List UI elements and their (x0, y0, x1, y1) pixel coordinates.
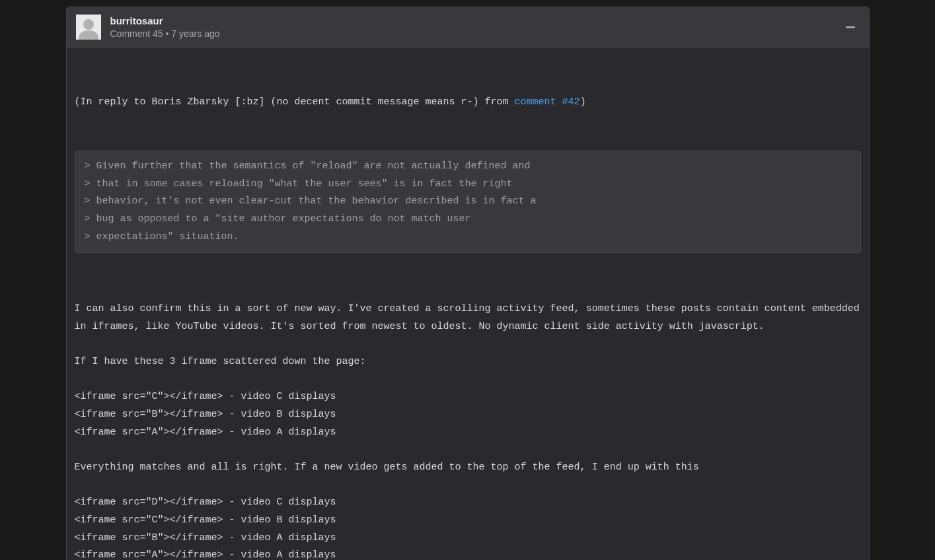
reply-link[interactable]: comment #42 (515, 96, 580, 108)
avatar[interactable] (76, 15, 101, 40)
comment-card: burritosaur Comment 45 • 7 years ago (In… (66, 7, 870, 560)
author-block: burritosaur Comment 45 • 7 years ago (110, 14, 841, 41)
reply-intro: (In reply to Boris Zbarsky [:bz] (no dec… (75, 94, 861, 112)
minus-icon (845, 22, 856, 32)
reply-suffix: ) (580, 96, 586, 108)
quote-block: > Given further that the semantics of "r… (75, 151, 861, 253)
svg-point-0 (83, 19, 94, 30)
reply-prefix: (In reply to Boris Zbarsky [:bz] (no dec… (75, 96, 515, 108)
author-name[interactable]: burritosaur (110, 14, 841, 28)
user-icon (76, 17, 101, 40)
svg-rect-1 (846, 26, 855, 28)
comment-text: I can also confirm this in a sort of new… (75, 300, 861, 560)
collapse-button[interactable] (841, 19, 860, 35)
comment-meta[interactable]: Comment 45 • 7 years ago (110, 28, 841, 41)
comment-body: (In reply to Boris Zbarsky [:bz] (no dec… (67, 48, 869, 560)
comment-header: burritosaur Comment 45 • 7 years ago (67, 7, 869, 48)
